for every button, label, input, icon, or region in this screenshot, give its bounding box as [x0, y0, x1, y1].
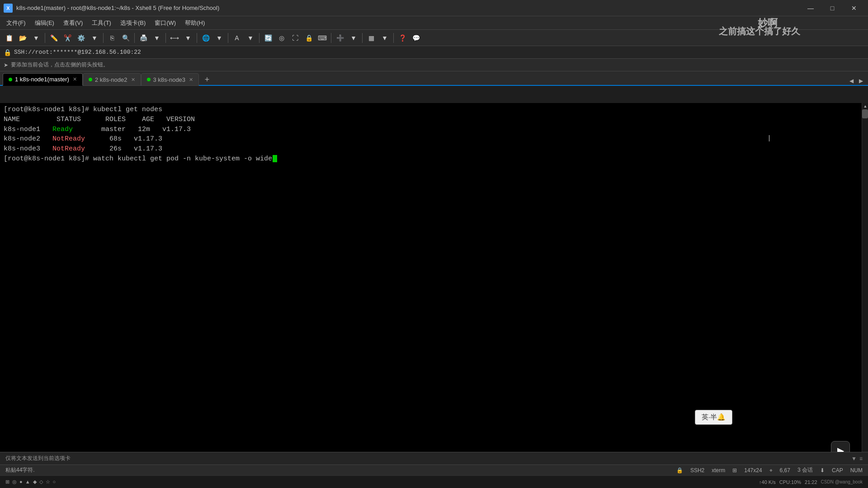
toolbar-sep-4	[165, 33, 166, 43]
arrow-icon: ➤	[4, 62, 8, 68]
tab-dot-3	[147, 78, 151, 81]
status-num: NUM	[850, 467, 863, 474]
plus-drop-button[interactable]: ▼	[347, 32, 360, 44]
taskbar-time: 21:22	[805, 479, 817, 485]
taskbar-icon-7: ☆	[46, 479, 50, 485]
print-button[interactable]: 🖨️	[137, 32, 150, 44]
layout-button[interactable]: ▦	[365, 32, 377, 44]
tab-close-2[interactable]: ✕	[131, 77, 135, 83]
globe-button[interactable]: 🌐	[199, 32, 212, 44]
taskbar-csdn: CSDN @wang_book	[821, 479, 863, 484]
transfer-button[interactable]: ⟷	[168, 32, 181, 44]
chat-button[interactable]: 💬	[410, 32, 422, 44]
tab-close-1[interactable]: ✕	[73, 76, 77, 82]
addressbar: 🔒 SSH://root:*******@192.168.56.100:22	[0, 46, 868, 59]
menu-item-v[interactable]: 查看(V)	[59, 17, 87, 29]
scroll-up-button[interactable]: ▲	[862, 103, 868, 109]
sendbar-dropdown[interactable]: ▼	[851, 455, 857, 462]
toolbar-sep-2	[103, 33, 104, 43]
menu-item-e[interactable]: 编辑(E)	[30, 17, 59, 29]
tab-close-3[interactable]: ✕	[189, 77, 193, 83]
input-method-widget[interactable]: 英·半🔔	[695, 410, 732, 425]
terminal-line-1: [root@k8s-node1 k8s]# kubectl get nodes	[4, 105, 858, 115]
status-cap: CAP	[832, 467, 843, 474]
menu-item-t[interactable]: 工具(T)	[87, 17, 116, 29]
taskbar: ⊞ ◎ ● ▲ ◆ ◇ ☆ ○ ↑40 K/s CPU:10% 21:22 CS…	[0, 475, 868, 488]
tab-k8s-node1[interactable]: 1 k8s-node1(master) ✕	[3, 73, 83, 86]
status-ssh: SSH2	[690, 467, 704, 474]
sendbar: 仅将文本发送到当前选项卡 ▼ ≡	[0, 452, 868, 465]
print-drop-button[interactable]: ▼	[151, 32, 163, 44]
fullscreen-button[interactable]: ⛶	[289, 32, 302, 44]
status-size: 147x24	[744, 467, 762, 474]
terminal-wrapper[interactable]: [root@k8s-node1 k8s]# kubectl get nodes …	[0, 103, 862, 452]
search-button[interactable]: 🔍	[119, 32, 132, 44]
status-download-icon: ⬇	[820, 467, 825, 474]
open-button[interactable]: 📂	[16, 32, 29, 44]
maximize-button[interactable]: □	[822, 1, 843, 15]
taskbar-icon-4: ▲	[25, 479, 30, 485]
sendbar-menu[interactable]: ≡	[859, 455, 863, 462]
minimize-button[interactable]: —	[800, 1, 821, 15]
scroll-thumb[interactable]	[862, 109, 868, 118]
status-size-icon: ⊞	[732, 467, 737, 474]
status-pos: 6,67	[780, 467, 790, 474]
dropdown2-button[interactable]: ▼	[88, 32, 101, 44]
menu-item-f[interactable]: 文件(F)	[2, 17, 30, 29]
scrollbar[interactable]: ▲ ▼	[862, 103, 868, 465]
taskbar-icons: ⊞ ◎ ● ▲ ◆ ◇ ☆ ○	[5, 479, 755, 485]
font-drop-button[interactable]: ▼	[244, 32, 257, 44]
scissors-button[interactable]: ✂️	[61, 32, 74, 44]
toolbar: 📋 📂 ▼ ✏️ ✂️ ⚙️ ▼ ⎘ 🔍 🖨️ ▼ ⟷ ▼ 🌐 ▼ A ▼ 🔄 …	[0, 30, 868, 46]
app-icon: X	[4, 4, 13, 13]
transfer-drop-button[interactable]: ▼	[182, 32, 194, 44]
tab-k8s-node3[interactable]: 3 k8s-node3 ✕	[141, 73, 199, 86]
copy-button[interactable]: ⎘	[106, 32, 118, 44]
taskbar-icon-6: ◇	[39, 479, 43, 485]
taskbar-network: ↑40 K/s	[759, 479, 776, 485]
settings-button[interactable]: ⚙️	[75, 32, 87, 44]
edit-button[interactable]: ✏️	[47, 32, 60, 44]
tab-dot-1	[9, 78, 12, 81]
toolbar-sep-9	[362, 33, 363, 43]
close-button[interactable]: ✕	[844, 1, 864, 15]
toolbar-sep-10	[393, 33, 394, 43]
help-button[interactable]: ❓	[396, 32, 409, 44]
session-text: 要添加当前会话，点击左侧的箭头按钮。	[11, 61, 108, 69]
lock-button[interactable]: 🔒	[302, 32, 315, 44]
menu-item-w[interactable]: 窗口(W)	[150, 17, 180, 29]
new-session-button[interactable]: 📋	[3, 32, 15, 44]
tab-k8s-node2[interactable]: 2 k8s-node2 ✕	[83, 73, 141, 86]
toolbar-sep-3	[134, 33, 135, 43]
window-controls: — □ ✕	[800, 1, 864, 15]
terminal-line-3: k8s-node1 Ready master 12m v1.17.3	[4, 125, 858, 135]
menubar: 文件(F)编辑(E)查看(V)工具(T)选项卡(B)窗口(W)帮助(H)	[0, 16, 868, 30]
terminal[interactable]: [root@k8s-node1 k8s]# kubectl get nodes …	[0, 103, 862, 166]
tabbar: 1 k8s-node1(master) ✕ 2 k8s-node2 ✕ 3 k8…	[0, 71, 868, 86]
menu-item-b[interactable]: 选项卡(B)	[116, 17, 150, 29]
sessionbar: ➤ 要添加当前会话，点击左侧的箭头按钮。	[0, 59, 868, 71]
macro-button[interactable]: ◎	[275, 32, 288, 44]
layout-drop-button[interactable]: ▼	[378, 32, 391, 44]
plus-button[interactable]: ➕	[334, 32, 346, 44]
im-text: 英·半🔔	[702, 413, 726, 422]
paste-info: 粘贴44字符.	[5, 466, 35, 474]
menu-item-h[interactable]: 帮助(H)	[180, 17, 209, 29]
tab-label-2: 2 k8s-node2	[95, 76, 127, 83]
globe-drop-button[interactable]: ▼	[213, 32, 226, 44]
taskbar-icon-8: ○	[53, 479, 56, 485]
status-xterm: xterm	[712, 467, 725, 474]
script-button[interactable]: 🔄	[262, 32, 274, 44]
tab-prev-button[interactable]: ◀	[847, 77, 856, 85]
status-pos-icon: ⌖	[769, 467, 773, 474]
address-text: SSH://root:*******@192.168.56.100:22	[14, 49, 141, 56]
window-title: k8s-node1(master) - root@k8s-node1:~/k8s…	[16, 5, 800, 11]
tab-next-button[interactable]: ▶	[857, 77, 865, 85]
font-button[interactable]: A	[231, 32, 243, 44]
dropdown-button[interactable]: ▼	[30, 32, 42, 44]
toolbar-sep-7	[259, 33, 259, 43]
add-tab-button[interactable]: +	[201, 74, 213, 85]
terminal-line-4: k8s-node2 NotReady 68s v1.17.3	[4, 134, 858, 144]
tab-label-1: 1 k8s-node1(master)	[15, 76, 69, 83]
keyboard-button[interactable]: ⌨	[316, 32, 329, 44]
